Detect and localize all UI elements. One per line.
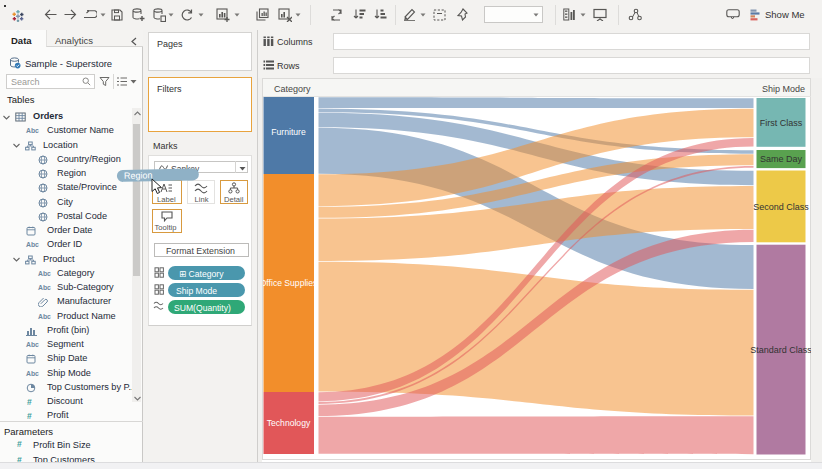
svg-text:Second Class: Second Class xyxy=(753,202,809,212)
svg-text:Standard Class: Standard Class xyxy=(750,345,811,355)
svg-text:First Class: First Class xyxy=(760,118,803,128)
svg-text:Technology: Technology xyxy=(267,418,311,428)
svg-text:Same Day: Same Day xyxy=(760,154,803,164)
svg-text:Furniture: Furniture xyxy=(271,127,306,137)
svg-text:Office Supplies: Office Supplies xyxy=(263,278,317,288)
